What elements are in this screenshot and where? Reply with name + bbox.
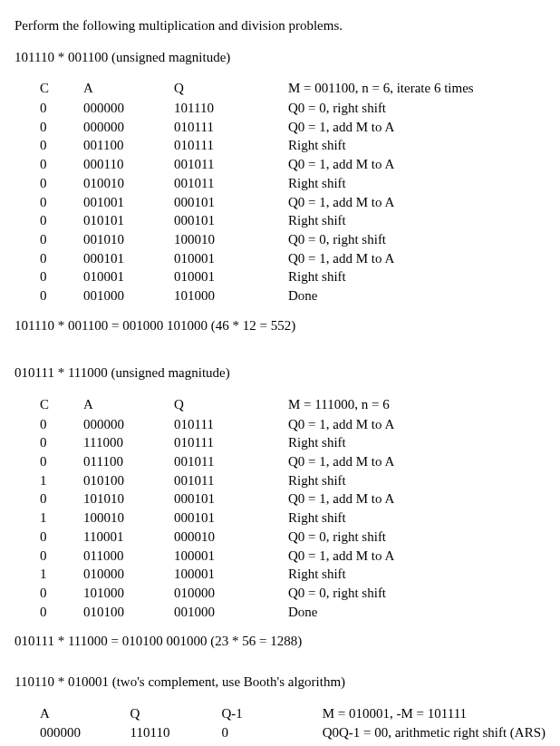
p1-q: 101000 bbox=[174, 286, 288, 305]
p2-a: 011100 bbox=[83, 452, 174, 471]
p1-c: 0 bbox=[40, 286, 83, 305]
p2-cmt: Q0 = 1, add M to A bbox=[288, 489, 394, 509]
p1-c: 0 bbox=[40, 118, 83, 137]
p2-cmt: Right shift bbox=[288, 509, 394, 528]
p1-c: 0 bbox=[40, 193, 83, 212]
p1-header-comment: M = 001100, n = 6, iterate 6 times bbox=[288, 79, 474, 99]
p1-cmt: Right shift bbox=[288, 174, 474, 193]
p1-c: 0 bbox=[40, 99, 83, 118]
p2-q: 001011 bbox=[174, 452, 288, 471]
p1-cmt: Q0 = 1, add M to A bbox=[288, 155, 474, 174]
p1-a: 000000 bbox=[83, 118, 174, 137]
p1-a: 001010 bbox=[83, 230, 174, 249]
p1-q: 101110 bbox=[174, 99, 288, 118]
p1-c: 0 bbox=[40, 230, 83, 249]
p1-a: 010001 bbox=[83, 267, 174, 286]
p2-q: 010111 bbox=[174, 415, 288, 434]
p2-c: 1 bbox=[40, 565, 83, 584]
p2-c: 0 bbox=[40, 547, 83, 566]
p3-header-q: Q bbox=[130, 704, 222, 724]
p2-q: 100001 bbox=[174, 547, 288, 566]
p2-c: 0 bbox=[40, 433, 83, 452]
p2-c: 0 bbox=[40, 603, 83, 622]
p1-a: 001001 bbox=[83, 193, 174, 212]
p1-q: 010111 bbox=[174, 118, 288, 137]
p1-cmt: Q0 = 0, right shift bbox=[288, 99, 474, 118]
p1-a: 001000 bbox=[83, 286, 174, 305]
p2-q: 000101 bbox=[174, 489, 288, 509]
p3-a: 000000 bbox=[40, 723, 130, 742]
p2-a: 000000 bbox=[83, 415, 174, 434]
problem3-title: 110110 * 010001 (two's complement, use B… bbox=[14, 673, 546, 692]
p2-cmt: Q0 = 1, add M to A bbox=[288, 415, 394, 434]
p1-cmt: Q0 = 0, right shift bbox=[288, 230, 474, 249]
p2-q: 010000 bbox=[174, 584, 288, 603]
p1-cmt: Right shift bbox=[288, 267, 474, 286]
p1-cmt: Q0 = 1, add M to A bbox=[288, 118, 474, 137]
p2-q: 000010 bbox=[174, 528, 288, 547]
p1-a: 000000 bbox=[83, 99, 174, 118]
p2-cmt: Right shift bbox=[288, 565, 394, 584]
p2-c: 1 bbox=[40, 509, 83, 528]
p2-cmt: Q0 = 0, right shift bbox=[288, 528, 394, 547]
p1-cmt: Done bbox=[288, 286, 474, 305]
p2-cmt: Right shift bbox=[288, 471, 394, 490]
p2-a: 110001 bbox=[83, 528, 174, 547]
p2-c: 0 bbox=[40, 528, 83, 547]
p2-q: 001011 bbox=[174, 471, 288, 490]
p2-header-comment: M = 111000, n = 6 bbox=[288, 395, 394, 415]
p1-cmt: Q0 = 1, add M to A bbox=[288, 193, 474, 212]
p1-cmt: Right shift bbox=[288, 136, 474, 155]
p1-result: 101110 * 001100 = 001000 101000 (46 * 12… bbox=[14, 316, 546, 335]
p1-header-c: C bbox=[40, 79, 83, 99]
p1-a: 010101 bbox=[83, 211, 174, 230]
p1-a: 000110 bbox=[83, 155, 174, 174]
p1-c: 0 bbox=[40, 136, 83, 155]
p2-a: 011000 bbox=[83, 547, 174, 566]
p2-q: 010111 bbox=[174, 433, 288, 452]
p2-a: 101010 bbox=[83, 489, 174, 509]
p2-c: 0 bbox=[40, 415, 83, 434]
p1-q: 010001 bbox=[174, 249, 288, 268]
p2-header-q: Q bbox=[174, 395, 288, 415]
p3-cmt: Q0Q-1 = 10, A = A – M bbox=[323, 742, 546, 746]
p1-c: 0 bbox=[40, 249, 83, 268]
p1-a: 010010 bbox=[83, 174, 174, 193]
p2-header-a: A bbox=[83, 395, 174, 415]
p1-a: 001100 bbox=[83, 136, 174, 155]
p2-c: 1 bbox=[40, 471, 83, 490]
p2-cmt: Q0 = 1, add M to A bbox=[288, 452, 394, 471]
p3-q: 011011 bbox=[130, 742, 222, 746]
p2-cmt: Right shift bbox=[288, 433, 394, 452]
p2-result: 010111 * 111000 = 010100 001000 (23 * 56… bbox=[14, 632, 546, 651]
p2-q: 001000 bbox=[174, 603, 288, 622]
p1-q: 000101 bbox=[174, 193, 288, 212]
p2-a: 101000 bbox=[83, 584, 174, 603]
problem1-table: C A Q M = 001100, n = 6, iterate 6 times… bbox=[40, 79, 474, 305]
p1-a: 000101 bbox=[83, 249, 174, 268]
p1-q: 100010 bbox=[174, 230, 288, 249]
p3-header-comment: M = 010001, -M = 101111 bbox=[323, 704, 546, 724]
p3-header-a: A bbox=[40, 704, 130, 724]
p2-a: 010000 bbox=[83, 565, 174, 584]
p1-cmt: Right shift bbox=[288, 211, 474, 230]
p3-q1: 0 bbox=[222, 723, 323, 742]
p1-cmt: Q0 = 1, add M to A bbox=[288, 249, 474, 268]
p3-q1: 0 bbox=[222, 742, 323, 746]
p1-q: 000101 bbox=[174, 211, 288, 230]
p2-a: 100010 bbox=[83, 509, 174, 528]
p2-c: 0 bbox=[40, 584, 83, 603]
p1-q: 010001 bbox=[174, 267, 288, 286]
p3-cmt: Q0Q-1 = 00, arithmetic right shift (ARS) bbox=[323, 723, 546, 742]
p1-q: 001011 bbox=[174, 155, 288, 174]
p2-q: 000101 bbox=[174, 509, 288, 528]
p2-q: 100001 bbox=[174, 565, 288, 584]
p1-c: 0 bbox=[40, 155, 83, 174]
p1-c: 0 bbox=[40, 267, 83, 286]
p3-q: 110110 bbox=[130, 723, 222, 742]
p2-header-c: C bbox=[40, 395, 83, 415]
p2-a: 111000 bbox=[83, 433, 174, 452]
p1-header-q: Q bbox=[174, 79, 288, 99]
p3-a: 000000 bbox=[40, 742, 130, 746]
p2-c: 0 bbox=[40, 452, 83, 471]
